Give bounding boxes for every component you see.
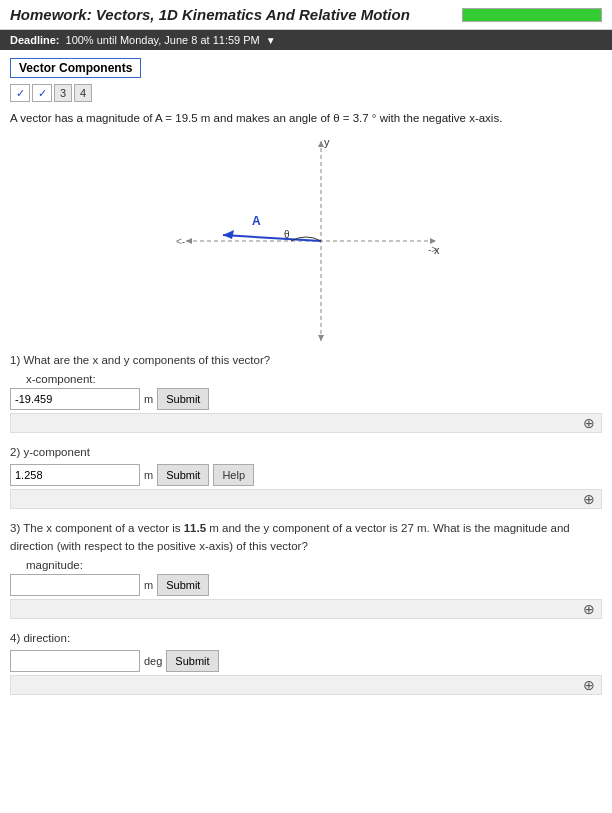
svg-marker-11 xyxy=(223,230,234,239)
question-4-submit[interactable]: Submit xyxy=(166,650,218,672)
tab-num-3[interactable]: 3 xyxy=(54,84,72,102)
question-3-submit[interactable]: Submit xyxy=(157,574,209,596)
question-3-section: 3) The x component of a vector is 11.5 m… xyxy=(10,519,602,619)
vector-diagram: x y <- -> A θ xyxy=(166,131,446,351)
question-3-input-row: m Submit xyxy=(10,574,602,596)
question-2-input[interactable] xyxy=(10,464,140,486)
deadline-label: Deadline: xyxy=(10,34,60,46)
question-2-submit[interactable]: Submit xyxy=(157,464,209,486)
question-3-sub-label: magnitude: xyxy=(26,559,602,571)
question-1-input[interactable] xyxy=(10,388,140,410)
question-3-expand-icon: ⊕ xyxy=(583,602,595,616)
page-title: Homework: Vectors, 1D Kinematics And Rel… xyxy=(10,6,410,23)
svg-text:A: A xyxy=(252,214,261,228)
question-1-input-row: m Submit xyxy=(10,388,602,410)
question-4-unit: deg xyxy=(144,655,162,667)
problem-statement: A vector has a magnitude of A = 19.5 m a… xyxy=(10,110,602,127)
section-box: Vector Components xyxy=(10,58,141,78)
question-4-label: 4) direction: xyxy=(10,629,602,647)
question-4-input-row: deg Submit xyxy=(10,650,602,672)
svg-marker-5 xyxy=(318,335,324,341)
question-3-label: 3) The x component of a vector is 11.5 m… xyxy=(10,519,602,556)
question-3-expand-bar[interactable]: ⊕ xyxy=(10,599,602,619)
svg-text:θ: θ xyxy=(284,229,290,240)
question-3-unit: m xyxy=(144,579,153,591)
deadline-bar: Deadline: 100% until Monday, June 8 at 1… xyxy=(0,30,612,50)
question-2-help[interactable]: Help xyxy=(213,464,254,486)
question-1-expand-icon: ⊕ xyxy=(583,416,595,430)
svg-text:->: -> xyxy=(428,244,437,255)
tab-check-2[interactable]: ✓ xyxy=(32,84,52,102)
progress-bar-fill xyxy=(463,9,601,21)
section-title: Vector Components xyxy=(19,61,132,75)
question-2-expand-icon: ⊕ xyxy=(583,492,595,506)
question-1-section: 1) What are the x and y components of th… xyxy=(10,351,602,432)
page-header: Homework: Vectors, 1D Kinematics And Rel… xyxy=(0,0,612,30)
question-1-expand-bar[interactable]: ⊕ xyxy=(10,413,602,433)
svg-marker-4 xyxy=(186,238,192,244)
svg-line-10 xyxy=(223,235,321,241)
question-2-unit: m xyxy=(144,469,153,481)
question-2-label: 2) y-component xyxy=(10,443,602,461)
question-4-input[interactable] xyxy=(10,650,140,672)
main-content: Vector Components ✓ ✓ 3 4 A vector has a… xyxy=(0,50,612,713)
svg-text:y: y xyxy=(324,136,330,148)
svg-text:<-: <- xyxy=(176,236,185,247)
diagram-area: x y <- -> A θ xyxy=(166,131,446,351)
progress-bar-container xyxy=(462,8,602,22)
question-2-input-row: m Submit Help xyxy=(10,464,602,486)
question-2-section: 2) y-component m Submit Help ⊕ xyxy=(10,443,602,509)
question-tabs: ✓ ✓ 3 4 xyxy=(10,84,602,102)
question-2-expand-bar[interactable]: ⊕ xyxy=(10,489,602,509)
question-1-unit: m xyxy=(144,393,153,405)
tab-check-1[interactable]: ✓ xyxy=(10,84,30,102)
deadline-text: 100% until Monday, June 8 at 11:59 PM xyxy=(66,34,260,46)
question-3-input[interactable] xyxy=(10,574,140,596)
question-4-section: 4) direction: deg Submit ⊕ xyxy=(10,629,602,695)
question-1-sub-label: x-component: xyxy=(26,373,602,385)
deadline-dropdown-icon[interactable]: ▼ xyxy=(266,35,276,46)
question-1-submit[interactable]: Submit xyxy=(157,388,209,410)
question-4-expand-icon: ⊕ xyxy=(583,678,595,692)
question-4-expand-bar[interactable]: ⊕ xyxy=(10,675,602,695)
tab-num-4[interactable]: 4 xyxy=(74,84,92,102)
question-1-label: 1) What are the x and y components of th… xyxy=(10,351,602,369)
